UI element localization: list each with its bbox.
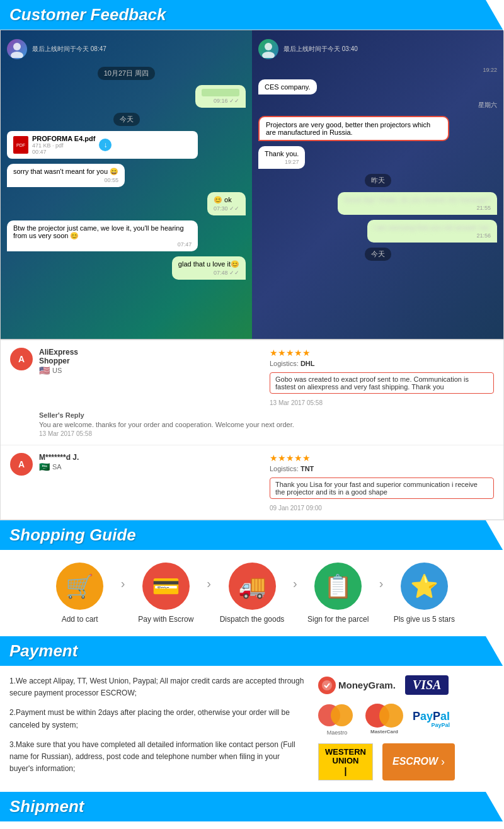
- logo-row-3: WESTERN UNION | ESCROW ›: [318, 743, 455, 780]
- seller-reply-text-1: You are welcome. thanks for your order a…: [39, 421, 494, 428]
- blurred-bubble-2: I am worrying that you not answer me. 21…: [367, 220, 497, 243]
- svg-point-1: [11, 52, 23, 58]
- step-add-to-cart: 🛒 Add to cart: [42, 563, 118, 624]
- blurred-bubble-1: Good day! Vivian, do you receive my mess…: [338, 192, 497, 215]
- sorry-time: 00:55: [13, 177, 118, 183]
- arrow-2: ›: [207, 576, 211, 591]
- thank-you-text: Thank you.: [265, 150, 299, 157]
- customer-feedback-title: Customer Feedback: [9, 5, 166, 25]
- maestro-logo: [318, 702, 356, 728]
- review-1-right: ★★★★★ Logistics: DHL Gobo was created to…: [270, 348, 494, 406]
- payment-text-column: 1.We accept Alipay, TT, West Union, Payp…: [9, 675, 306, 782]
- chat-date-oct27: 10月27日 周四: [98, 67, 156, 80]
- day-label: 星期六: [478, 101, 497, 110]
- chat-company: CES company.: [258, 79, 317, 94]
- thank-time: 19:27: [265, 159, 299, 165]
- thank-you-bubble: Thank you. 19:27: [258, 146, 305, 169]
- reviewer-2-name: M*******d J.: [39, 453, 263, 462]
- shipment-header: Shipment: [0, 792, 504, 821]
- chat-time-1: 09:16 ✓✓: [202, 98, 239, 104]
- chat-bubble-projector: Btw the projector just came, we love it,…: [7, 220, 198, 251]
- ok-msg: 😊 ok: [214, 196, 232, 203]
- projector-msg: Btw the projector just came, we love it,…: [13, 224, 184, 239]
- dispatch-icon: 🚚: [238, 573, 266, 600]
- today-right-label: 今天: [365, 248, 391, 261]
- shipment-title: Shipment: [9, 797, 84, 816]
- reviewer-1-country: 🇺🇸 US: [39, 365, 263, 375]
- logistics-1: Logistics: DHL: [270, 360, 494, 367]
- chat-right-panel: 最后上线时间于今天 03:40 19:22 CES company. 星期六 P…: [252, 30, 503, 339]
- projector-review-bubble: Projectors are very good, better then pr…: [258, 116, 449, 141]
- sign-icon: 📋: [324, 573, 352, 600]
- escrow-text: ESCROW: [392, 756, 438, 767]
- shopping-guide-section: Shopping Guide 🛒 Add to cart › 💳 Pay wit…: [0, 520, 504, 636]
- blurred-time-2: 21:56: [374, 232, 491, 239]
- arrow-4: ›: [379, 576, 384, 591]
- reviews-section: A AliExpressShopper 🇺🇸 US ★★★★★ Logistic…: [0, 340, 504, 520]
- seller-reply-label: Seller's Reply: [39, 411, 494, 419]
- blurred-text-1: Good day! Vivian, do you receive my mess…: [344, 196, 491, 203]
- svg-point-2: [265, 43, 272, 50]
- file-info: PROFORMA E4.pdf 471 KB · pdf 00:47: [32, 135, 95, 155]
- projector-review-text: Projectors are very good, better then pr…: [266, 121, 430, 136]
- mg-icon: [318, 677, 336, 694]
- review-2-header: A M*******d J. 🇸🇦 SA ★★★★★ Logistics: TN…: [10, 453, 494, 512]
- maestro-circle-orange: [331, 704, 353, 726]
- logistics-1-value: DHL: [301, 360, 315, 367]
- add-to-cart-icon: 🛒: [66, 573, 94, 600]
- chat-right-status: 最后上线时间于今天 03:40: [284, 45, 358, 54]
- file-bubble: PDF PROFORMA E4.pdf 471 KB · pdf 00:47 ↓: [7, 131, 198, 159]
- glad-msg: glad that u love it😊: [178, 260, 239, 268]
- svg-point-3: [262, 52, 275, 58]
- add-to-cart-icon-circle: 🛒: [56, 563, 103, 610]
- chat-right-header: 最后上线时间于今天 03:40: [258, 37, 497, 62]
- review-1-header: A AliExpressShopper 🇺🇸 US ★★★★★ Logistic…: [10, 348, 494, 406]
- mastercard-circles: [365, 704, 403, 728]
- payment-text-1: 1.We accept Alipay, TT, West Union, Payp…: [9, 675, 306, 699]
- review-text-1: Gobo was created to exact proof sent to …: [270, 372, 494, 394]
- payment-content: 1.We accept Alipay, TT, West Union, Payp…: [0, 666, 504, 792]
- chat-screenshots: 最后上线时间于今天 08:47 10月27日 周四 09:16 ✓✓ 今天 PD…: [1, 30, 503, 339]
- mastercard-text: MasterCard: [370, 729, 398, 735]
- reviewer-2-info: M*******d J. 🇸🇦 SA: [39, 453, 263, 472]
- reviewer-1-info: AliExpressShopper 🇺🇸 US: [39, 348, 263, 375]
- payment-section: Payment 1.We accept Alipay, TT, West Uni…: [0, 636, 504, 792]
- western-union-text-2: UNION: [333, 757, 359, 765]
- chat-left-status: 最后上线时间于今天 08:47: [32, 45, 106, 54]
- flag-us: 🇺🇸: [39, 365, 50, 375]
- mc-circle-orange: [379, 704, 403, 728]
- logistics-2-value: TNT: [301, 465, 314, 472]
- sign-label: Sign for the parcel: [307, 615, 369, 624]
- logo-row-2: Maestro MasterCard PayPal PayPal: [318, 702, 450, 736]
- chat-bubble-glad: glad that u love it😊 07:48 ✓✓: [172, 256, 246, 280]
- escrow-logo: ESCROW ›: [382, 743, 455, 780]
- shopping-steps: 🛒 Add to cart › 💳 Pay with Escrow › 🚚 Di…: [0, 550, 504, 636]
- maestro-text: Maestro: [327, 729, 348, 736]
- shopping-guide-header: Shopping Guide: [0, 520, 504, 550]
- chat-right-avatar: [258, 39, 278, 59]
- pdf-icon: PDF: [13, 136, 28, 154]
- add-to-cart-label: Add to cart: [62, 615, 98, 624]
- arrow-1: ›: [121, 576, 125, 591]
- download-button[interactable]: ↓: [99, 139, 112, 151]
- payment-title: Payment: [9, 641, 77, 661]
- filetime: 00:47: [32, 149, 95, 155]
- seller-reply-date-1: 13 Mar 2017 05:58: [39, 430, 494, 437]
- chat-left-panel: 最后上线时间于今天 08:47 10月27日 周四 09:16 ✓✓ 今天 PD…: [1, 30, 252, 339]
- moneygram-text: MoneyGram.: [338, 680, 396, 690]
- payment-logos-column: MoneyGram. VISA Maestro: [318, 675, 495, 782]
- arrow-3: ›: [293, 576, 297, 591]
- glad-time: 07:48 ✓✓: [178, 270, 239, 276]
- review-item-1: A AliExpressShopper 🇺🇸 US ★★★★★ Logistic…: [1, 340, 503, 445]
- country-sa: SA: [52, 463, 62, 471]
- stars-icon-circle: ⭐: [401, 563, 448, 610]
- chat-right-timestamp: 19:22: [483, 67, 497, 73]
- chat-screenshots-wrapper: 最后上线时间于今天 08:47 10月27日 周四 09:16 ✓✓ 今天 PD…: [0, 30, 504, 340]
- reviewer-2-avatar: A: [10, 453, 33, 476]
- filename: PROFORMA E4.pdf: [32, 135, 95, 142]
- company-name: CES company.: [265, 83, 311, 91]
- step-give-stars: ⭐ Pls give us 5 stars: [386, 563, 462, 624]
- paypal-p-blue: P: [413, 710, 420, 723]
- reviewer-2-country: 🇸🇦 SA: [39, 462, 263, 472]
- chat-left-avatar: [7, 39, 27, 59]
